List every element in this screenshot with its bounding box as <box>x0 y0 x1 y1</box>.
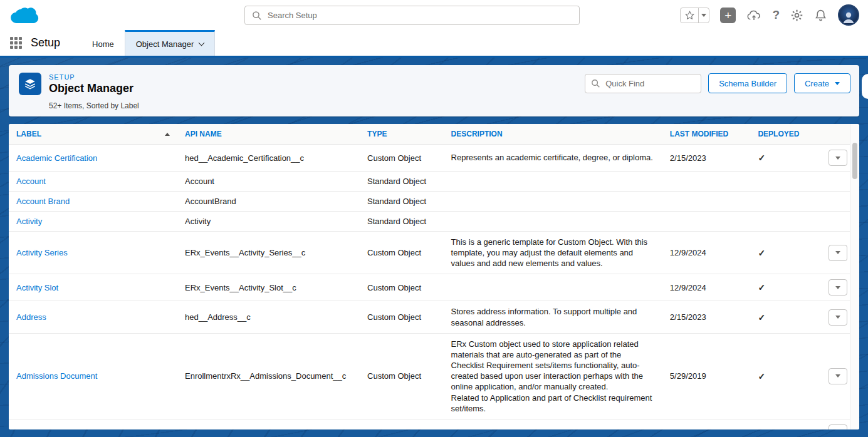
deployed-check-icon: ✓ <box>758 371 765 381</box>
row-actions-button[interactable] <box>829 279 847 296</box>
table-row: Admissions Document EnrollmentrxRx__Admi… <box>9 333 850 419</box>
deployed-check-icon: ✓ <box>758 428 765 429</box>
description-cell: Connection between a Contact and an Acco… <box>444 419 662 429</box>
row-actions-button[interactable] <box>829 424 847 429</box>
column-label: LAST MODIFIED <box>670 130 728 138</box>
table-row: Activity Activity Standard Object ✓ <box>9 212 850 232</box>
description-cell: ERx Custom object used to store applicat… <box>444 333 662 419</box>
column-header-description[interactable]: DESCRIPTION <box>444 124 662 145</box>
schema-builder-button[interactable]: Schema Builder <box>708 73 787 93</box>
deployed-cell: ✓ <box>750 172 820 192</box>
object-label-link[interactable]: Academic Certification <box>16 153 97 163</box>
object-label-link[interactable]: Account Brand <box>16 197 70 206</box>
search-setup-input[interactable] <box>244 6 580 25</box>
object-label-link[interactable]: Activity Series <box>16 248 68 257</box>
object-label-link[interactable]: Account <box>16 177 46 186</box>
api-name-cell: ERx_Events__Activity_Series__c <box>177 232 360 274</box>
create-button[interactable]: Create <box>794 73 850 93</box>
tab-object-manager[interactable]: Object Manager <box>125 30 216 56</box>
tab-home[interactable]: Home <box>81 30 125 56</box>
object-label-link[interactable]: Activity Slot <box>16 283 58 292</box>
table-row: Activity Series ERx_Events__Activity_Ser… <box>9 232 850 274</box>
help-icon[interactable]: ? <box>772 8 780 22</box>
deployed-check-icon: ✓ <box>758 248 765 258</box>
row-actions-button[interactable] <box>829 309 847 326</box>
object-table: LABELAPI NAMETYPEDESCRIPTIONLAST MODIFIE… <box>9 124 850 429</box>
page-header-actions: Schema Builder Create <box>585 73 850 93</box>
search-icon <box>591 79 600 88</box>
last-modified-cell: 2/15/2023 <box>662 419 751 429</box>
table-row: Address hed__Address__c Custom Object St… <box>9 301 850 333</box>
last-modified-cell <box>662 192 751 212</box>
salesforce-cloud-icon <box>9 5 39 26</box>
table-row: Affiliation hed__Affiliation__c Custom O… <box>9 419 850 429</box>
salesforce-logo[interactable] <box>9 5 41 26</box>
column-header-last-modified[interactable]: LAST MODIFIED <box>662 124 751 145</box>
description-cell: Stores address information. To support m… <box>444 301 662 333</box>
api-name-cell: hed__Address__c <box>177 301 360 333</box>
description-cell <box>444 274 662 301</box>
header-icons: + ? <box>680 4 859 26</box>
column-label: DEPLOYED <box>758 130 799 138</box>
type-cell: Custom Object <box>360 232 443 274</box>
row-actions-button[interactable] <box>829 150 847 166</box>
table-header-row: LABELAPI NAMETYPEDESCRIPTIONLAST MODIFIE… <box>9 124 850 145</box>
scrollbar-thumb[interactable] <box>852 143 857 179</box>
object-table-body: Academic Certification hed__Academic_Cer… <box>9 145 850 430</box>
api-name-cell: hed__Academic_Certification__c <box>177 145 360 172</box>
deployed-cell: ✓ <box>750 274 820 301</box>
row-actions-button[interactable] <box>829 245 847 261</box>
object-list-card: LABELAPI NAMETYPEDESCRIPTIONLAST MODIFIE… <box>9 124 859 429</box>
object-label-link[interactable]: Activity <box>16 217 42 226</box>
deployed-cell: ✓ <box>750 333 820 419</box>
global-search <box>244 6 580 25</box>
column-header-deployed[interactable]: DEPLOYED <box>750 124 820 145</box>
column-label: DESCRIPTION <box>451 130 503 138</box>
api-name-cell: Activity <box>177 212 360 232</box>
last-modified-cell: 5/29/2019 <box>662 333 751 419</box>
last-modified-cell: 12/9/2024 <box>662 274 751 301</box>
type-cell: Standard Object <box>360 192 443 212</box>
quick-find-input[interactable] <box>585 74 701 93</box>
column-header-api-name[interactable]: API NAME <box>177 124 360 145</box>
cloud-upload-icon[interactable] <box>746 9 761 21</box>
api-name-cell: AccountBrand <box>177 192 360 212</box>
vertical-scrollbar[interactable] <box>850 124 859 429</box>
type-cell: Standard Object <box>360 172 443 192</box>
table-row: Activity Slot ERx_Events__Activity_Slot_… <box>9 274 850 301</box>
star-icon[interactable] <box>681 8 698 23</box>
last-modified-cell <box>662 172 751 192</box>
side-panel-toggle[interactable] <box>862 74 868 99</box>
description-cell: This is a generic template for Custom Ob… <box>444 232 662 274</box>
deployed-check-icon: ✓ <box>758 153 765 163</box>
last-modified-cell: 2/15/2023 <box>662 145 751 172</box>
api-name-cell: ERx_Events__Activity_Slot__c <box>177 274 360 301</box>
plus-icon: + <box>724 9 731 21</box>
tab-label: Home <box>92 39 114 49</box>
type-cell: Custom Object <box>360 419 443 429</box>
app-launcher-icon[interactable] <box>10 37 22 49</box>
deployed-cell: ✓ <box>750 232 820 274</box>
object-label-link[interactable]: Affiliation <box>16 428 50 429</box>
favorites-control[interactable] <box>680 8 709 23</box>
column-header-type[interactable]: TYPE <box>360 124 443 145</box>
deployed-cell: ✓ <box>750 419 820 429</box>
object-label-link[interactable]: Admissions Document <box>16 371 97 381</box>
user-avatar[interactable] <box>838 4 859 26</box>
column-header-label[interactable]: LABEL <box>9 124 177 145</box>
column-label: TYPE <box>367 130 387 138</box>
row-actions-button[interactable] <box>829 368 847 384</box>
bell-icon[interactable] <box>814 9 827 22</box>
global-actions-button[interactable]: + <box>720 8 736 23</box>
favorites-dropdown[interactable] <box>698 8 709 23</box>
object-label-link[interactable]: Address <box>16 312 46 322</box>
chevron-down-icon <box>835 82 840 85</box>
type-cell: Custom Object <box>360 333 443 419</box>
chevron-down-icon <box>835 251 840 254</box>
gear-icon[interactable] <box>790 9 803 22</box>
page-eyebrow: SETUP <box>49 73 133 81</box>
description-cell <box>444 192 662 212</box>
last-modified-cell: 2/15/2023 <box>662 301 751 333</box>
chevron-down-icon <box>835 157 840 160</box>
chevron-down-icon <box>199 39 205 46</box>
